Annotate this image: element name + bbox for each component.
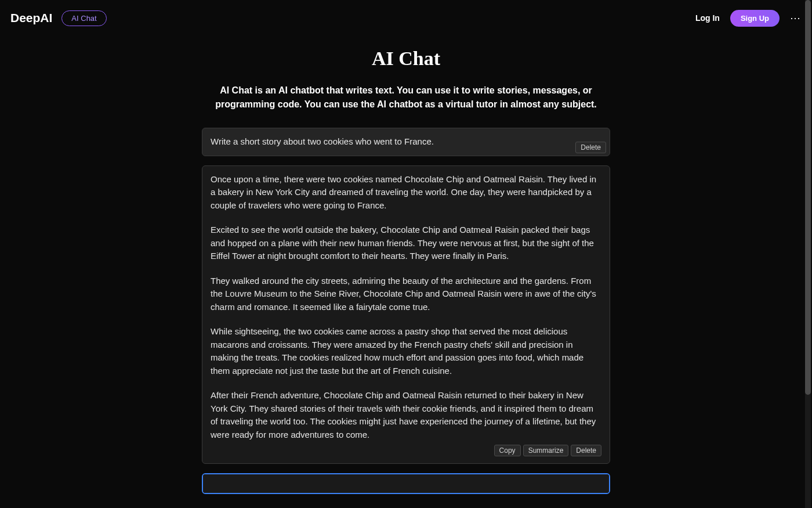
more-menu-icon[interactable]: ⋯ [790, 12, 802, 24]
scrollbar[interactable] [805, 0, 811, 508]
header-right: Log In Sign Up ⋯ [695, 10, 802, 27]
scrollbar-thumb[interactable] [805, 0, 811, 395]
ai-response-text: Once upon a time, there were two cookies… [211, 173, 601, 442]
input-row [202, 473, 610, 496]
copy-button[interactable]: Copy [494, 445, 521, 456]
user-message-actions: Delete [575, 142, 606, 153]
page-description: AI Chat is an AI chatbot that writes tex… [202, 84, 610, 111]
ai-paragraph: After their French adventure, Chocolate … [211, 389, 601, 441]
logo[interactable]: DeepAI [10, 11, 52, 25]
ai-paragraph: While sightseeing, the two cookies came … [211, 325, 601, 377]
ai-paragraph: They walked around the city streets, adm… [211, 275, 601, 314]
header-left: DeepAI AI Chat [10, 10, 107, 26]
user-message-text: Write a short story about two cookies wh… [211, 135, 601, 149]
ai-response-box: Once upon a time, there were two cookies… [202, 165, 610, 464]
summarize-button[interactable]: Summarize [523, 445, 569, 456]
page-title: AI Chat [202, 48, 610, 70]
header: DeepAI AI Chat Log In Sign Up ⋯ [0, 0, 812, 36]
delete-user-message-button[interactable]: Delete [575, 142, 606, 153]
login-link[interactable]: Log In [695, 13, 720, 23]
ai-paragraph: Once upon a time, there were two cookies… [211, 173, 601, 212]
chat-input[interactable] [202, 473, 610, 494]
ai-response-actions: Copy Summarize Delete [211, 445, 601, 456]
ai-paragraph: Excited to see the world outside the bak… [211, 224, 601, 263]
main-content: AI Chat AI Chat is an AI chatbot that wr… [202, 36, 610, 508]
user-message-box: Write a short story about two cookies wh… [202, 128, 610, 156]
signup-button[interactable]: Sign Up [730, 10, 780, 27]
delete-ai-message-button[interactable]: Delete [571, 445, 601, 456]
ai-chat-nav-button[interactable]: AI Chat [61, 10, 106, 26]
